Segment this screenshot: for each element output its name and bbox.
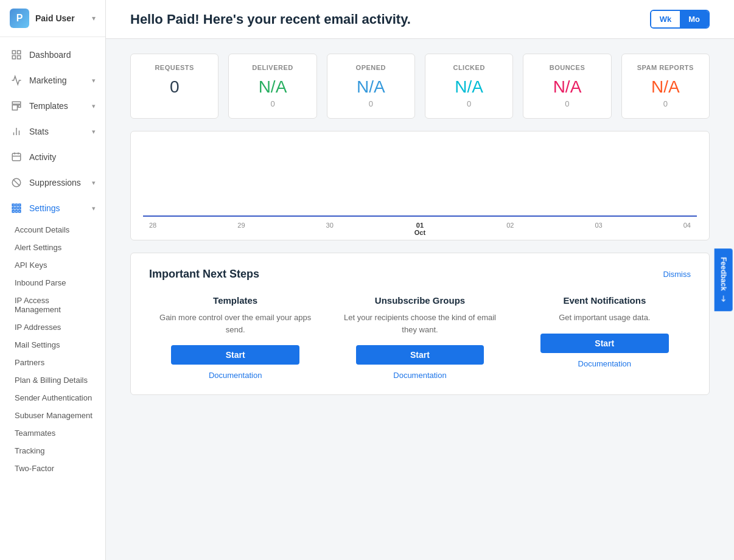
svg-rect-18 xyxy=(19,204,21,206)
sub-api-keys[interactable]: API Keys xyxy=(0,256,105,274)
stats-chevron-icon: ▾ xyxy=(92,128,96,136)
sub-alert-settings[interactable]: Alert Settings xyxy=(0,239,105,256)
sub-subuser-management[interactable]: Subuser Management xyxy=(0,407,105,424)
stat-value: N/A xyxy=(335,77,407,97)
sub-partners[interactable]: Partners xyxy=(0,354,105,371)
sub-ip-addresses[interactable]: IP Addresses xyxy=(0,318,105,336)
svg-rect-4 xyxy=(12,102,21,104)
feedback-icon xyxy=(719,295,727,303)
activity-label: Activity xyxy=(29,152,96,162)
stat-label: REQUESTS xyxy=(138,64,211,71)
next-step-card-2: Event Notifications Get important usage … xyxy=(519,295,691,380)
user-menu[interactable]: P Paid User ▾ xyxy=(0,0,105,37)
feedback-tab[interactable]: Feedback xyxy=(714,248,732,311)
chart-baseline xyxy=(143,215,697,217)
marketing-icon xyxy=(10,74,23,87)
start-button[interactable]: Start xyxy=(540,334,669,353)
stat-sub: 0 xyxy=(629,99,702,108)
svg-rect-17 xyxy=(16,204,18,206)
svg-rect-22 xyxy=(12,211,14,212)
next-step-desc: Gain more control over the email your ap… xyxy=(155,312,315,335)
sidebar-item-marketing[interactable]: Marketing ▾ xyxy=(0,68,105,93)
next-step-title: Unsubscribe Groups xyxy=(340,295,500,306)
settings-icon xyxy=(10,201,23,215)
documentation-link[interactable]: Documentation xyxy=(525,359,685,368)
sidebar: P Paid User ▾ Dashboard Marketing ▾ Temp… xyxy=(0,0,106,560)
stat-label: DELIVERED xyxy=(236,64,309,71)
svg-rect-2 xyxy=(12,56,15,59)
sub-plan-billing[interactable]: Plan & Billing Details xyxy=(0,371,105,389)
svg-rect-19 xyxy=(12,208,14,209)
stat-card-requests: REQUESTS 0 xyxy=(130,54,218,119)
stats-label: Stats xyxy=(29,127,92,136)
templates-label: Templates xyxy=(29,101,92,111)
sidebar-nav: Dashboard Marketing ▾ Templates ▾ Stats … xyxy=(0,37,105,560)
stat-value: N/A xyxy=(629,77,702,97)
next-steps-cards: Templates Gain more control over the ema… xyxy=(149,295,691,380)
next-step-card-0: Templates Gain more control over the ema… xyxy=(149,295,321,380)
svg-rect-3 xyxy=(18,56,21,59)
next-step-card-1: Unsubscribe Groups Let your recipients c… xyxy=(334,295,506,380)
svg-rect-1 xyxy=(18,51,21,54)
documentation-link[interactable]: Documentation xyxy=(155,371,315,380)
marketing-label: Marketing xyxy=(29,75,92,85)
start-button[interactable]: Start xyxy=(356,345,484,365)
period-toggle: Wk Mo xyxy=(650,10,710,29)
sub-ip-access-management[interactable]: IP Access Management xyxy=(0,292,105,318)
suppressions-chevron-icon: ▾ xyxy=(92,179,96,187)
settings-chevron-icon: ▾ xyxy=(92,205,96,212)
stat-value: N/A xyxy=(433,77,505,97)
next-steps-section: Important Next Steps Dismiss Templates G… xyxy=(130,253,710,395)
user-label: Paid User xyxy=(35,13,75,23)
svg-rect-24 xyxy=(19,211,21,212)
suppressions-label: Suppressions xyxy=(29,178,92,187)
svg-line-15 xyxy=(13,180,20,186)
stat-value: 0 xyxy=(138,77,211,97)
marketing-chevron-icon: ▾ xyxy=(92,77,96,85)
sidebar-item-settings[interactable]: Settings ▾ xyxy=(0,195,105,221)
suppressions-icon xyxy=(10,176,23,189)
stat-sub: 0 xyxy=(236,99,309,108)
sub-sender-auth[interactable]: Sender Authentication xyxy=(0,389,105,407)
next-steps-header: Important Next Steps Dismiss xyxy=(149,268,691,281)
svg-rect-6 xyxy=(18,105,21,108)
user-avatar: P xyxy=(10,9,29,28)
stat-value: N/A xyxy=(236,77,309,97)
period-wk-button[interactable]: Wk xyxy=(651,11,680,27)
svg-rect-23 xyxy=(16,211,18,212)
feedback-label: Feedback xyxy=(719,257,727,290)
chart-label-04: 04 xyxy=(683,222,691,236)
sidebar-item-templates[interactable]: Templates ▾ xyxy=(0,93,105,119)
chart-labels: 28293001Oct020304 xyxy=(143,222,697,236)
stat-card-bounces: BOUNCES N/A 0 xyxy=(523,54,611,119)
sub-inbound-parse[interactable]: Inbound Parse xyxy=(0,274,105,292)
sidebar-item-suppressions[interactable]: Suppressions ▾ xyxy=(0,170,105,195)
stat-card-delivered: DELIVERED N/A 0 xyxy=(228,54,316,119)
start-button[interactable]: Start xyxy=(171,345,299,365)
sub-account-details[interactable]: Account Details xyxy=(0,221,105,239)
stat-card-clicked: CLICKED N/A 0 xyxy=(425,54,513,119)
sub-mail-settings[interactable]: Mail Settings xyxy=(0,336,105,354)
main-content: Hello Paid! Here's your recent email act… xyxy=(106,0,734,560)
stat-label: OPENED xyxy=(335,64,407,71)
stat-value: N/A xyxy=(531,77,603,97)
sub-two-factor[interactable]: Two-Factor xyxy=(0,460,105,477)
period-mo-button[interactable]: Mo xyxy=(680,11,708,27)
chart-label-01: 01Oct xyxy=(414,222,425,236)
sidebar-item-activity[interactable]: Activity xyxy=(0,144,105,170)
activity-icon xyxy=(10,150,23,164)
sub-teammates[interactable]: Teammates xyxy=(0,424,105,442)
next-step-desc: Let your recipients choose the kind of e… xyxy=(340,312,500,335)
documentation-link[interactable]: Documentation xyxy=(340,371,500,380)
sidebar-item-dashboard[interactable]: Dashboard xyxy=(0,42,105,68)
next-step-title: Templates xyxy=(155,295,315,306)
sub-tracking[interactable]: Tracking xyxy=(0,442,105,460)
stat-sub: 0 xyxy=(433,99,505,108)
chart-label-30: 30 xyxy=(326,222,334,236)
sidebar-item-stats[interactable]: Stats ▾ xyxy=(0,119,105,144)
dismiss-button[interactable]: Dismiss xyxy=(663,270,691,279)
svg-rect-0 xyxy=(12,51,15,54)
stat-card-spam-reports: SPAM REPORTS N/A 0 xyxy=(621,54,710,119)
stat-sub: 0 xyxy=(531,99,603,108)
templates-icon xyxy=(10,99,23,113)
